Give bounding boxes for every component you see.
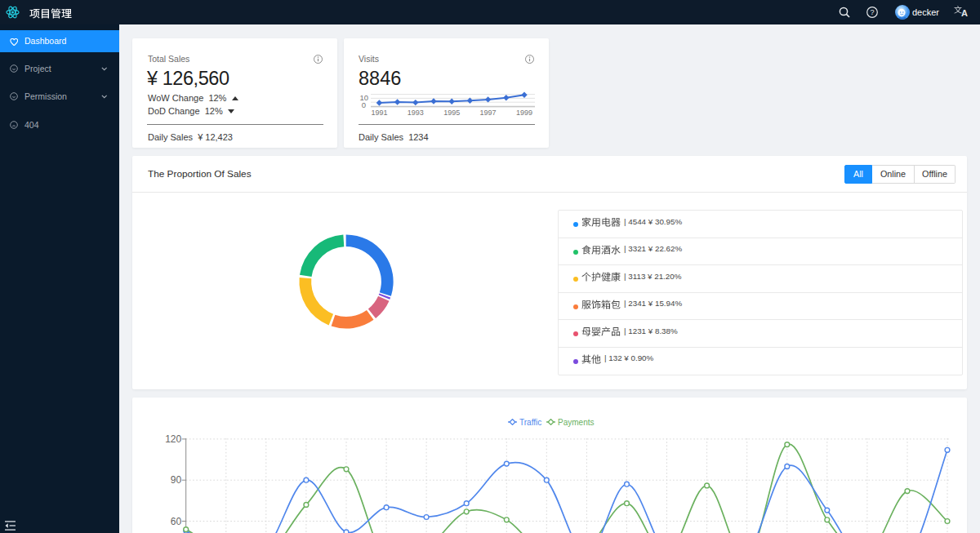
- svg-text:120: 120: [165, 433, 181, 445]
- svg-text:90: 90: [171, 474, 182, 486]
- svg-text:?: ?: [870, 8, 874, 16]
- svg-text:1997: 1997: [480, 109, 497, 117]
- svg-text:1993: 1993: [408, 109, 424, 117]
- svg-text:1991: 1991: [371, 109, 387, 117]
- svg-text:1999: 1999: [516, 109, 532, 117]
- svg-text:1995: 1995: [443, 109, 460, 117]
- svg-text:60: 60: [171, 516, 182, 527]
- svg-text:0: 0: [362, 100, 366, 109]
